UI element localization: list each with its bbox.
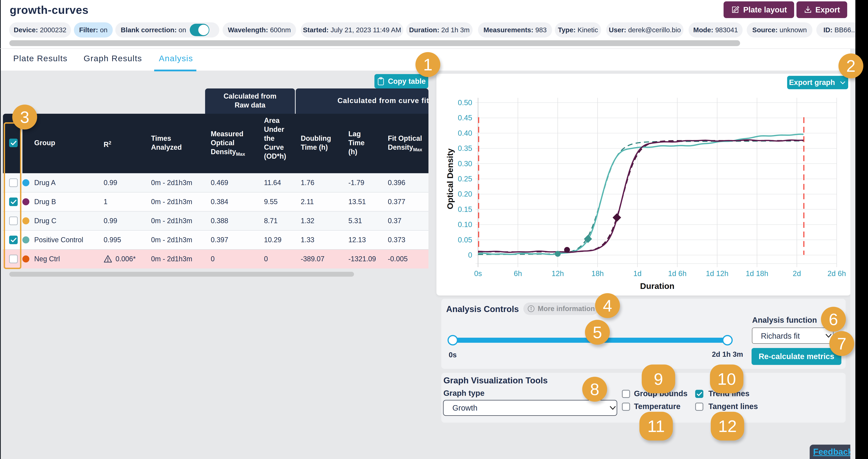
svg-text:0.10: 0.10 xyxy=(458,220,472,228)
svg-text:1d: 1d xyxy=(633,270,642,278)
svg-text:6h: 6h xyxy=(514,270,522,278)
svg-text:0.05: 0.05 xyxy=(458,236,472,244)
svg-text:Optical Density: Optical Density xyxy=(445,148,455,209)
svg-text:2d: 2d xyxy=(793,270,801,278)
svg-text:0.50: 0.50 xyxy=(458,98,472,107)
svg-text:0s: 0s xyxy=(474,270,482,278)
svg-text:0.20: 0.20 xyxy=(458,190,472,198)
svg-text:0.30: 0.30 xyxy=(458,160,472,168)
svg-text:Duration: Duration xyxy=(640,281,675,290)
svg-text:1d 12h: 1d 12h xyxy=(706,270,728,278)
svg-text:1d 6h: 1d 6h xyxy=(668,270,686,278)
svg-text:2d 6h: 2d 6h xyxy=(827,270,846,278)
svg-text:0: 0 xyxy=(468,251,472,259)
svg-text:0.40: 0.40 xyxy=(458,129,472,137)
svg-text:0.35: 0.35 xyxy=(458,144,472,152)
svg-text:1d 18h: 1d 18h xyxy=(746,270,768,278)
svg-text:0.25: 0.25 xyxy=(458,175,472,183)
svg-text:12h: 12h xyxy=(552,270,564,278)
svg-text:18h: 18h xyxy=(591,270,603,278)
svg-text:0.45: 0.45 xyxy=(458,114,472,122)
svg-text:0.15: 0.15 xyxy=(458,205,472,213)
